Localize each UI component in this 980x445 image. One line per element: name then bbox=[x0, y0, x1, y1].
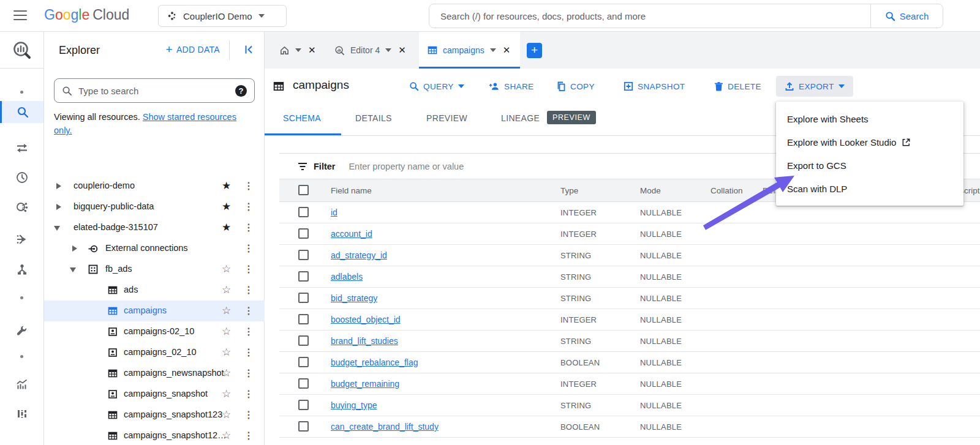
export-button[interactable]: EXPORT bbox=[776, 76, 853, 97]
tab-details[interactable]: DETAILS bbox=[355, 113, 392, 123]
star-icon[interactable]: ★ bbox=[222, 179, 231, 192]
star-icon[interactable]: ☆ bbox=[222, 325, 231, 338]
tree-row-elated-badge-315107[interactable]: elated-badge-315107 ★ ⋮ bbox=[44, 217, 265, 238]
tree-label[interactable]: campaigns bbox=[124, 305, 167, 315]
row-checkbox[interactable] bbox=[298, 400, 309, 410]
tree-label[interactable]: campaigns_02_10 bbox=[124, 347, 197, 357]
kebab-menu-icon[interactable]: ⋮ bbox=[244, 201, 254, 212]
menu-item-export-to-gcs[interactable]: Export to GCS bbox=[776, 154, 963, 177]
tree-label[interactable]: couplerio-demo bbox=[74, 181, 135, 190]
field-name-link[interactable]: brand_lift_studies bbox=[331, 336, 398, 346]
row-checkbox[interactable] bbox=[298, 271, 309, 282]
kebab-menu-icon[interactable]: ⋮ bbox=[244, 180, 254, 192]
star-icon[interactable]: ☆ bbox=[222, 408, 231, 421]
star-icon[interactable]: ☆ bbox=[222, 387, 231, 400]
field-name-link[interactable]: boosted_object_id bbox=[331, 315, 401, 324]
field-name-link[interactable]: id bbox=[331, 208, 337, 217]
tree-row-campaigns-snapshot12[interactable]: campaigns_snapshot12… ☆ ⋮ bbox=[44, 425, 265, 445]
kebab-menu-icon[interactable]: ⋮ bbox=[244, 222, 254, 233]
row-checkbox[interactable] bbox=[298, 335, 309, 346]
kebab-menu-icon[interactable]: ⋮ bbox=[244, 346, 254, 358]
star-icon[interactable]: ☆ bbox=[222, 283, 231, 296]
field-name-link[interactable]: budget_rebalance_flag bbox=[331, 357, 418, 367]
select-all-checkbox[interactable] bbox=[298, 185, 309, 195]
help-icon[interactable]: ? bbox=[235, 85, 247, 97]
row-checkbox[interactable] bbox=[298, 207, 309, 217]
tree-row-couplerio-demo[interactable]: couplerio-demo ★ ⋮ bbox=[44, 176, 265, 196]
chevron-down-icon[interactable] bbox=[385, 48, 391, 52]
star-icon[interactable]: ★ bbox=[222, 221, 231, 234]
new-tab-button[interactable]: + bbox=[527, 43, 542, 58]
kebab-menu-icon[interactable]: ⋮ bbox=[244, 409, 254, 421]
field-name-link[interactable]: bid_strategy bbox=[331, 293, 377, 303]
tree-row-campaigns-snapshot[interactable]: campaigns_snapshot ☆ ⋮ bbox=[44, 384, 265, 405]
tree-row-campaigns-02-10-b[interactable]: campaigns_02_10 ☆ ⋮ bbox=[44, 342, 265, 363]
explorer-search-input[interactable] bbox=[78, 86, 229, 96]
rail-item-monitoring[interactable] bbox=[0, 373, 43, 395]
expand-caret-icon[interactable] bbox=[55, 203, 62, 211]
tab-preview[interactable]: PREVIEW bbox=[426, 113, 467, 123]
menu-item-scan-with-dlp[interactable]: Scan with DLP bbox=[776, 177, 963, 200]
field-name-link[interactable]: can_create_brand_lift_study bbox=[331, 422, 439, 432]
field-name-link[interactable]: adlabels bbox=[331, 272, 363, 282]
tree-row-campaigns-02-10[interactable]: campaigns-02_10 ☆ ⋮ bbox=[44, 321, 265, 342]
tree-label[interactable]: elated-badge-315107 bbox=[74, 222, 158, 232]
row-checkbox[interactable] bbox=[298, 357, 309, 367]
copy-button[interactable]: COPY bbox=[551, 76, 600, 97]
expand-caret-icon[interactable] bbox=[71, 245, 78, 252]
star-icon[interactable]: ★ bbox=[222, 200, 231, 213]
tree-label[interactable]: campaigns_snapshot123 bbox=[124, 409, 222, 419]
rail-item-migration[interactable] bbox=[0, 228, 43, 250]
field-name-link[interactable]: buying_type bbox=[331, 400, 377, 410]
snapshot-button[interactable]: SNAPSHOT bbox=[619, 76, 690, 97]
row-checkbox[interactable] bbox=[298, 293, 309, 303]
kebab-menu-icon[interactable]: ⋮ bbox=[244, 430, 254, 441]
tree-label[interactable]: External connections bbox=[105, 243, 188, 253]
rail-item-data-transfers[interactable] bbox=[0, 137, 43, 159]
close-icon[interactable]: ✕ bbox=[307, 43, 317, 57]
tree-label[interactable]: campaigns_newsnapshot bbox=[124, 368, 224, 378]
tree-row-fb-ads[interactable]: fb_ads ☆ ⋮ bbox=[44, 259, 265, 280]
tree-label[interactable]: campaigns-02_10 bbox=[124, 326, 194, 336]
rail-item-analytics-hub[interactable] bbox=[0, 196, 43, 218]
tab-schema[interactable]: SCHEMA bbox=[283, 113, 321, 123]
project-selector[interactable]: CouplerIO Demo bbox=[158, 5, 287, 27]
tree-row-ads[interactable]: ads ☆ ⋮ bbox=[44, 280, 265, 301]
tree-row-external-connections[interactable]: External connections ⋮ bbox=[44, 238, 265, 259]
row-checkbox[interactable] bbox=[298, 421, 309, 432]
tree-label[interactable]: bigquery-public-data bbox=[74, 201, 154, 211]
field-name-link[interactable]: account_id bbox=[331, 229, 372, 239]
tab-home[interactable]: ✕ bbox=[271, 32, 326, 69]
row-checkbox[interactable] bbox=[298, 314, 309, 324]
chevron-down-icon[interactable] bbox=[490, 48, 496, 52]
tree-row-campaigns-newsnapshot[interactable]: campaigns_newsnapshot ☆ ⋮ bbox=[44, 363, 265, 384]
tree-label[interactable]: fb_ads bbox=[105, 264, 132, 274]
search-button[interactable]: Search bbox=[870, 4, 943, 28]
star-icon[interactable]: ☆ bbox=[222, 263, 231, 275]
tree-label[interactable]: campaigns_snapshot bbox=[124, 389, 208, 398]
kebab-menu-icon[interactable]: ⋮ bbox=[244, 388, 254, 400]
field-name-link[interactable]: budget_remaining bbox=[331, 379, 399, 389]
star-icon[interactable]: ☆ bbox=[222, 304, 231, 317]
rail-item-capacity[interactable] bbox=[0, 403, 43, 425]
delete-button[interactable]: DELETE bbox=[709, 76, 766, 97]
row-checkbox[interactable] bbox=[298, 378, 309, 389]
row-checkbox[interactable] bbox=[298, 250, 309, 260]
collapse-panel-icon[interactable] bbox=[243, 44, 254, 55]
kebab-menu-icon[interactable]: ⋮ bbox=[244, 305, 254, 316]
collapse-caret-icon[interactable] bbox=[70, 266, 77, 273]
tree-row-bigquery-public-data[interactable]: bigquery-public-data ★ ⋮ bbox=[44, 196, 265, 217]
tree-label[interactable]: ads bbox=[124, 285, 138, 294]
rail-item-admin[interactable] bbox=[0, 320, 43, 342]
query-button[interactable]: QUERY bbox=[404, 76, 469, 97]
global-search-input[interactable] bbox=[429, 11, 870, 21]
tab-campaigns[interactable]: campaigns ✕ bbox=[419, 32, 520, 69]
collapse-caret-icon[interactable] bbox=[54, 224, 61, 231]
kebab-menu-icon[interactable]: ⋮ bbox=[244, 242, 254, 254]
expand-caret-icon[interactable] bbox=[55, 182, 62, 190]
menu-item-explore-with-sheets[interactable]: Explore with Sheets bbox=[776, 107, 963, 130]
rail-item-search[interactable] bbox=[0, 101, 43, 123]
rail-item-scheduled-queries[interactable] bbox=[0, 166, 43, 189]
kebab-menu-icon[interactable]: ⋮ bbox=[244, 263, 254, 275]
kebab-menu-icon[interactable]: ⋮ bbox=[244, 326, 254, 337]
